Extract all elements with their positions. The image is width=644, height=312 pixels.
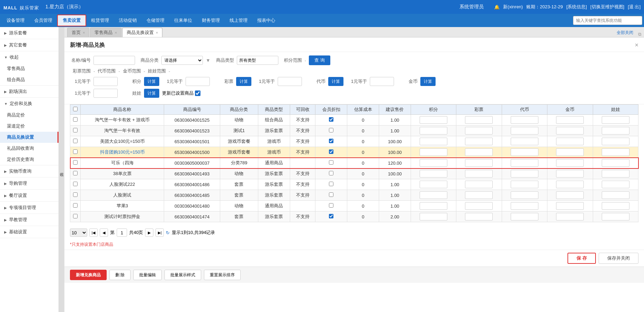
doll-input[interactable]: [602, 148, 629, 156]
row-ticket[interactable]: [456, 136, 502, 147]
row-doll[interactable]: [593, 201, 638, 211]
ticket-input[interactable]: [465, 181, 493, 188]
coin-input[interactable]: [556, 159, 584, 167]
row-token[interactable]: [502, 168, 547, 179]
row-coin[interactable]: [547, 158, 593, 168]
row-doll[interactable]: [593, 179, 638, 190]
row-score[interactable]: [411, 125, 456, 136]
token-input[interactable]: [511, 170, 538, 177]
coin-input[interactable]: [556, 138, 584, 145]
row-doll[interactable]: [593, 125, 638, 136]
sidebar-header-guide[interactable]: ▶ 导购管理: [0, 177, 59, 189]
doll-input[interactable]: [602, 191, 629, 199]
row-coin[interactable]: [547, 190, 593, 201]
coin-input[interactable]: [556, 181, 584, 188]
type-input[interactable]: [237, 56, 278, 65]
save-btn[interactable]: 保 存: [567, 253, 596, 264]
token-input[interactable]: [511, 191, 538, 199]
token-input[interactable]: [511, 138, 538, 145]
switch-view-link[interactable]: [切换至维护视图]: [590, 4, 624, 10]
page-number-input[interactable]: [117, 228, 127, 237]
row-ticket[interactable]: [456, 211, 502, 222]
member-discount-checkbox[interactable]: [329, 128, 333, 132]
row-coin[interactable]: [547, 179, 593, 190]
nav-item-finance[interactable]: 财务管理: [197, 15, 225, 26]
ticket-input[interactable]: [465, 127, 493, 135]
sidebar-item-retail[interactable]: 零售商品: [0, 63, 59, 74]
score-input[interactable]: [420, 138, 447, 145]
sidebar-header-theater[interactable]: ▶ 剧场演出: [0, 86, 59, 97]
row-ticket[interactable]: [456, 201, 502, 211]
nav-item-lease[interactable]: 租赁管理: [86, 15, 114, 26]
row-ticket[interactable]: [456, 168, 502, 179]
member-discount-checkbox[interactable]: [329, 192, 333, 197]
logout-link[interactable]: [退 出]: [628, 4, 641, 10]
row-coin[interactable]: [547, 115, 593, 125]
member-discount-checkbox[interactable]: [329, 160, 333, 165]
row-checkbox[interactable]: [73, 149, 78, 154]
row-coin[interactable]: [547, 201, 593, 211]
row-doll[interactable]: [593, 158, 638, 168]
sidebar-header-amusement[interactable]: ▶ 游乐套餐: [0, 27, 59, 39]
tab-exchange-setting[interactable]: 商品兑换设置 ×: [122, 28, 162, 37]
row-checkbox[interactable]: [73, 139, 78, 143]
row-coin[interactable]: [547, 125, 593, 136]
coin-input[interactable]: [556, 213, 584, 220]
row-checkbox[interactable]: [73, 214, 78, 218]
sidebar-item-combo[interactable]: 组合商品: [0, 74, 59, 85]
tab-home[interactable]: 首页 ×: [67, 28, 89, 37]
score-input[interactable]: [420, 127, 447, 135]
sidebar-item-channel-pricing[interactable]: 渠道定价: [0, 121, 59, 132]
row-checkbox[interactable]: [73, 128, 78, 132]
nav-item-member[interactable]: 会员管理: [29, 15, 57, 26]
row-score[interactable]: [411, 168, 456, 179]
row-ticket[interactable]: [456, 115, 502, 125]
nav-item-promo[interactable]: 活动促销: [114, 15, 142, 26]
coin-input[interactable]: [556, 127, 584, 135]
row-doll[interactable]: [593, 211, 638, 222]
tab-home-close[interactable]: ×: [83, 31, 85, 35]
row-score[interactable]: [411, 115, 456, 125]
row-doll[interactable]: [593, 136, 638, 147]
doll-calc-btn[interactable]: 计算: [144, 89, 159, 98]
sidebar-header-coins[interactable]: ▶ 实物币查询: [0, 165, 59, 177]
token-input[interactable]: [511, 181, 538, 188]
row-coin[interactable]: [547, 136, 593, 147]
member-discount-checkbox[interactable]: [329, 149, 333, 154]
row-token[interactable]: [502, 201, 547, 211]
member-discount-checkbox[interactable]: [329, 203, 333, 208]
row-checkbox[interactable]: [73, 203, 78, 208]
row-score[interactable]: [411, 201, 456, 211]
token-input[interactable]: [511, 148, 538, 156]
ticket-input[interactable]: [465, 159, 493, 167]
token-input[interactable]: [511, 116, 538, 124]
row-score[interactable]: [411, 136, 456, 147]
page-size-select[interactable]: 10 20 50: [70, 228, 87, 237]
row-ticket[interactable]: [456, 190, 502, 201]
doll-input[interactable]: [602, 159, 629, 167]
sidebar-header-other[interactable]: ▶ 其它套餐: [0, 39, 59, 51]
row-score[interactable]: [411, 190, 456, 201]
doll-input[interactable]: [602, 181, 629, 188]
sidebar-item-exchange[interactable]: 商品兑换设置: [0, 132, 59, 143]
sidebar-item-price-history[interactable]: 定价历史查询: [0, 154, 59, 165]
last-page-btn[interactable]: ▶|: [155, 228, 164, 237]
row-doll[interactable]: [593, 190, 638, 201]
ticket-input[interactable]: [465, 148, 493, 156]
score-input[interactable]: [420, 191, 447, 199]
token-input[interactable]: [511, 202, 538, 210]
score-input[interactable]: [420, 202, 447, 210]
row-token[interactable]: [502, 211, 547, 222]
row-checkbox[interactable]: [73, 192, 78, 197]
nav-item-online[interactable]: 线上管理: [225, 15, 252, 26]
sidebar-header-early-edu[interactable]: ▶ 早教管理: [0, 214, 59, 226]
next-page-btn[interactable]: ▶: [145, 228, 153, 237]
sidebar-header-basic[interactable]: ▶ 基础设置: [0, 226, 59, 238]
nav-item-sales[interactable]: 售卖设置: [57, 15, 86, 26]
sidebar-header-special[interactable]: ▶ 专项项目管理: [0, 202, 59, 214]
prev-page-btn[interactable]: ◀: [100, 228, 108, 237]
row-coin[interactable]: [547, 168, 593, 179]
row-doll[interactable]: [593, 168, 638, 179]
member-discount-checkbox[interactable]: [329, 171, 333, 175]
score-input[interactable]: [420, 148, 447, 156]
